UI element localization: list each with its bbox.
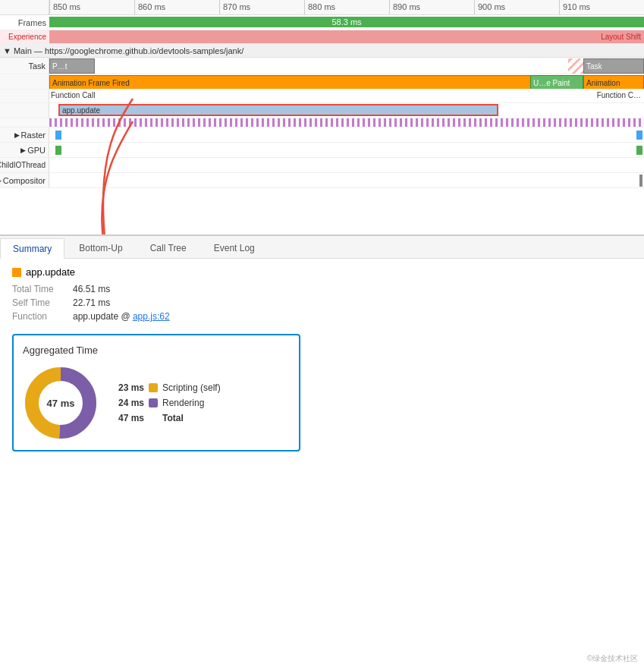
raster-dot-1 [55,131,61,140]
animation-frame-label: Animation Frame Fired [52,79,130,87]
layout-shift-label-right: Layout Shift [601,33,641,41]
frames-bar-area: 58.3 ms [49,15,644,30]
tab-event-log[interactable]: Event Log [201,238,268,258]
function-name: app.update [26,266,75,278]
function-call-label-2: Function C… [597,91,641,99]
function-title: app.update [12,266,632,278]
childio-row[interactable]: ▶ Chrome_ChildIOThread [0,158,644,173]
donut-label: 47 ms [47,398,75,409]
animation-bar-right[interactable]: Animation [583,75,644,89]
paint-bar[interactable]: U…e Paint [530,75,583,89]
raster-text: Raster [21,131,46,140]
tick-900: 900 ms [474,0,559,14]
paint-label: U…e [533,79,551,87]
frames-green-bar: 58.3 ms [49,17,644,27]
scripting-label: Scripting (self) [162,382,221,393]
app-update-bar[interactable]: app.update [58,104,498,116]
legend-total: 47 ms Total [117,413,290,423]
aggregated-content: 47 ms 23 ms Scripting (self) 24 ms Rende… [23,365,290,441]
function-call-content: Function Call Function C… [49,90,644,102]
task-row[interactable]: Task P…t Task [0,58,644,74]
compositor-row[interactable]: ▶ Compositor [0,173,644,188]
legend-table: 23 ms Scripting (self) 24 ms Rendering 4… [117,382,290,423]
donut-chart: 47 ms [23,365,99,441]
gpu-row[interactable]: ▶ GPU [0,143,644,158]
summary-content: app.update Total Time 46.51 ms Self Time… [0,259,644,667]
main-label: ▼ Main — https://googlechrome.github.io/… [3,46,243,55]
experience-label: Experience [0,33,49,41]
gpu-content [49,143,644,157]
raster-row[interactable]: ▶ Raster [0,127,644,143]
function-call-row[interactable]: Function Call Function C… [0,90,644,103]
frames-value: 58.3 ms [331,17,361,27]
experience-row: Experience Layout Shift [0,30,644,44]
blank-label-3 [0,103,49,118]
tab-call-tree[interactable]: Call Tree [137,238,199,258]
task-content: P…t Task [49,58,644,74]
self-time-value: 22.71 ms [73,297,110,308]
raster-label: ▶ Raster [0,127,49,142]
aggregated-time-box: Aggregated Time 47 ms [12,334,300,451]
frames-row: Frames 58.3 ms [0,15,644,30]
tick-910: 910 ms [559,0,644,14]
compositor-text: Compositor [3,176,46,185]
task-label-right: Task [586,62,602,71]
app-update-label: app.update [62,106,100,115]
total-value: 47 ms [117,413,144,423]
hatched-area [568,58,583,74]
scripting-value: 23 ms [117,382,144,393]
compositor-label: ▶ Compositor [0,173,49,187]
tab-bottom-up[interactable]: Bottom-Up [66,238,135,258]
animation-label: Animation [586,79,620,87]
time-ruler: 850 ms 860 ms 870 ms 880 ms 890 ms 900 m… [0,0,644,15]
tabs-bar: Summary Bottom-Up Call Tree Event Log [0,236,644,259]
scripting-swatch [149,383,158,392]
childio-text: Chrome_ChildIOThread [0,161,46,169]
self-time-row: Self Time 22.71 ms [12,297,632,308]
orange-icon [12,268,21,277]
blank-label [0,74,49,89]
gpu-dot-1 [55,146,61,155]
animation-frame-row[interactable]: Animation Frame Fired U…e Paint Animatio… [0,74,644,90]
legend-scripting: 23 ms Scripting (self) [117,382,290,393]
total-label: Total [162,413,184,423]
app-update-content: app.update [49,103,644,118]
tick-850: 850 ms [49,0,134,14]
rendering-swatch [149,398,158,407]
function-row: Function app.update @ app.js:62 [12,311,632,322]
function-link[interactable]: app.js:62 [133,311,170,322]
compositor-content [49,173,644,187]
blank-label-2 [0,90,49,102]
raster-dot-2 [636,131,642,140]
tick-860: 860 ms [134,0,219,14]
self-time-label: Self Time [12,297,73,308]
childio-content [49,158,644,172]
gpu-dot-2 [636,146,642,155]
raster-content [49,127,644,142]
compositor-bar [639,175,642,187]
watermark: ©绿金技术社区 [587,653,638,664]
childio-label: ▶ Chrome_ChildIOThread [0,158,49,172]
task-bar-left[interactable]: P…t [49,58,95,74]
total-time-value: 46.51 ms [73,284,110,294]
app-update-row[interactable]: app.update [0,103,644,118]
main-label-row: ▼ Main — https://googlechrome.github.io/… [0,44,644,58]
function-value: app.update @ app.js:62 [73,311,170,322]
function-label: Function [12,311,73,322]
gpu-text: GPU [27,146,46,155]
gpu-label: ▶ GPU [0,143,49,157]
total-time-row: Total Time 46.51 ms [12,284,632,294]
tick-890: 890 ms [389,0,474,14]
mini-bars-row [0,118,644,127]
task-bar-right[interactable]: Task [583,58,644,74]
timeline-section: 850 ms 860 ms 870 ms 880 ms 890 ms 900 m… [0,0,644,235]
tab-summary[interactable]: Summary [0,238,64,259]
rendering-label: Rendering [162,398,204,408]
function-prefix: app.update @ [73,311,133,322]
tick-880: 880 ms [304,0,389,14]
bottom-panel: Summary Bottom-Up Call Tree Event Log ap… [0,235,644,667]
legend-rendering: 24 ms Rendering [117,398,290,408]
p-label: P…t [52,62,67,71]
task-label: Task [0,58,49,74]
function-call-label: Function Call [51,91,95,99]
